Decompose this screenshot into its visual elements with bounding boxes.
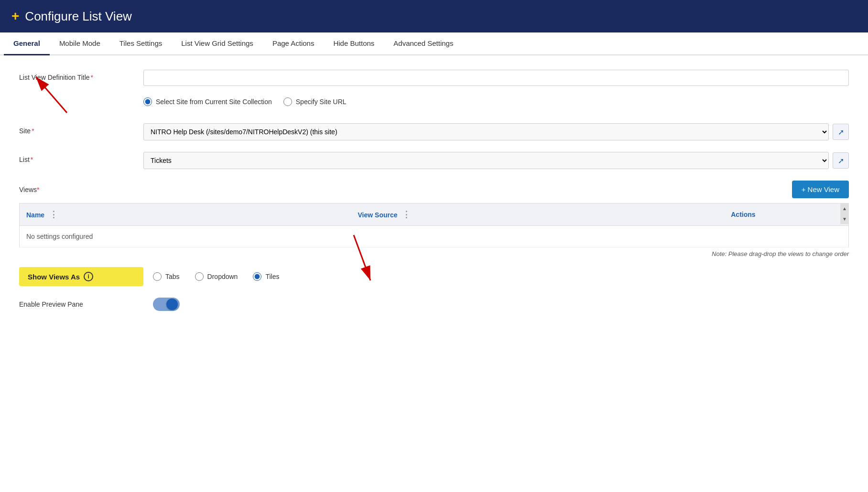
preview-toggle[interactable]: [153, 298, 180, 311]
table-header-row: Name ⋮ View Source ⋮ Actions: [20, 203, 849, 226]
site-label: Site*: [19, 123, 143, 135]
drag-drop-note: Note: Please drag-drop the views to chan…: [19, 250, 849, 257]
tab-advanced-settings[interactable]: Advanced Settings: [384, 32, 463, 55]
tabs-bar: General Mobile Mode Tiles Settings List …: [0, 32, 868, 55]
tab-general[interactable]: General: [4, 32, 50, 55]
list-control-area: Tickets ➚: [143, 152, 849, 169]
title-label: List View Definition Title*: [19, 70, 143, 81]
toggle-thumb: [166, 299, 178, 310]
preview-label: Enable Preview Pane: [19, 300, 143, 308]
scroll-arrows: ▲ ▼: [840, 203, 849, 224]
col-name-header: Name ⋮: [20, 203, 351, 226]
list-label: List*: [19, 152, 143, 163]
site-radio-group: Select Site from Current Site Collection…: [143, 97, 849, 106]
title-input-area: [143, 70, 849, 86]
views-table-wrapper: Name ⋮ View Source ⋮ Actions No settings…: [19, 203, 849, 247]
scroll-up-button[interactable]: ▲: [840, 203, 849, 214]
site-select[interactable]: NITRO Help Desk (/sites/demo7/NITROHelpD…: [143, 123, 829, 140]
empty-message: No settings configured: [20, 226, 849, 247]
page-header: + Configure List View: [0, 0, 868, 32]
external-link-icon-list: ➚: [838, 156, 844, 165]
tab-mobile-mode[interactable]: Mobile Mode: [50, 32, 110, 55]
show-as-dropdown[interactable]: Dropdown: [195, 272, 238, 281]
show-as-tabs[interactable]: Tabs: [153, 272, 180, 281]
list-select-group: Tickets ➚: [143, 152, 849, 169]
site-radio-row: Select Site from Current Site Collection…: [19, 97, 849, 112]
new-view-button[interactable]: + New View: [792, 181, 849, 198]
tab-list-view-grid[interactable]: List View Grid Settings: [172, 32, 263, 55]
radio-specify-url-input[interactable]: [283, 97, 292, 106]
list-external-link-button[interactable]: ➚: [833, 152, 849, 169]
list-select[interactable]: Tickets: [143, 152, 829, 169]
info-icon: i: [84, 272, 93, 281]
show-views-row: Show Views As i Tabs Dropdown Tiles: [19, 267, 849, 286]
external-link-icon: ➚: [838, 128, 844, 137]
radio-current-site-input[interactable]: [143, 97, 152, 106]
source-col-menu[interactable]: ⋮: [399, 210, 413, 219]
preview-pane-row: Enable Preview Pane: [19, 298, 849, 311]
table-row: No settings configured: [20, 226, 849, 247]
views-header: Views* + New View: [19, 181, 849, 198]
show-as-tiles[interactable]: Tiles: [253, 272, 279, 281]
tab-hide-buttons[interactable]: Hide Buttons: [324, 32, 384, 55]
radio-specify-url[interactable]: Specify Site URL: [283, 97, 347, 106]
site-radio-area: Select Site from Current Site Collection…: [143, 97, 849, 112]
radio-current-site[interactable]: Select Site from Current Site Collection: [143, 97, 272, 106]
list-row: List* Tickets ➚: [19, 152, 849, 169]
site-select-group: NITRO Help Desk (/sites/demo7/NITROHelpD…: [143, 123, 849, 140]
col-actions-header: Actions: [724, 203, 848, 226]
plus-icon: +: [11, 9, 19, 24]
views-table: Name ⋮ View Source ⋮ Actions No settings…: [19, 203, 849, 247]
main-content: List View Definition Title* Select Site …: [0, 55, 868, 337]
scroll-down-button[interactable]: ▼: [840, 214, 849, 224]
site-control-area: NITRO Help Desk (/sites/demo7/NITROHelpD…: [143, 123, 849, 140]
radio-tiles[interactable]: [253, 272, 261, 281]
tab-page-actions[interactable]: Page Actions: [263, 32, 324, 55]
show-views-label: Show Views As i: [19, 267, 143, 286]
radio-dropdown[interactable]: [195, 272, 204, 281]
tab-tiles-settings[interactable]: Tiles Settings: [110, 32, 172, 55]
page-title: Configure List View: [25, 9, 132, 24]
radio-tabs[interactable]: [153, 272, 162, 281]
title-input[interactable]: [143, 70, 849, 86]
site-row: Site* NITRO Help Desk (/sites/demo7/NITR…: [19, 123, 849, 140]
col-source-header: View Source ⋮: [351, 203, 725, 226]
title-row: List View Definition Title*: [19, 70, 849, 86]
site-external-link-button[interactable]: ➚: [833, 124, 849, 140]
views-label: Views*: [19, 186, 143, 193]
name-col-menu[interactable]: ⋮: [46, 210, 61, 219]
show-views-options: Tabs Dropdown Tiles: [153, 272, 279, 281]
